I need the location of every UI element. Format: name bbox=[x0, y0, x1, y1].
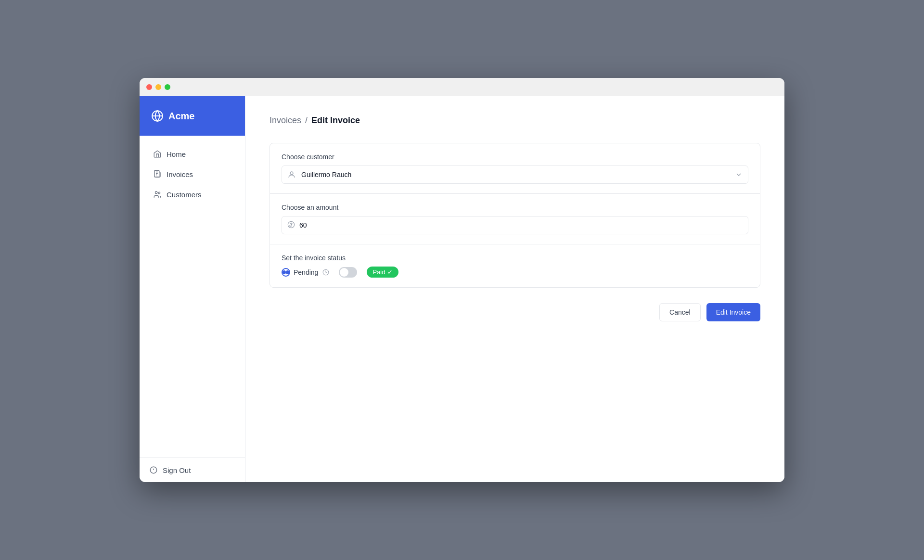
customer-select[interactable]: Guillermo Rauch bbox=[282, 165, 748, 184]
submit-button[interactable]: Edit Invoice bbox=[706, 303, 760, 321]
pending-option[interactable]: Pending bbox=[282, 268, 329, 277]
home-icon bbox=[153, 150, 162, 158]
app-name: Acme bbox=[168, 111, 194, 122]
app-body: Acme Home Invoices bbox=[140, 96, 784, 482]
sign-out-icon bbox=[149, 466, 158, 474]
sidebar: Acme Home Invoices bbox=[140, 96, 245, 482]
svg-point-3 bbox=[155, 191, 158, 194]
dollar-icon bbox=[287, 221, 295, 230]
sidebar-footer: Sign Out bbox=[140, 458, 245, 482]
minimize-button[interactable] bbox=[155, 84, 161, 90]
app-window: Acme Home Invoices bbox=[140, 78, 784, 482]
customer-select-wrapper: Guillermo Rauch bbox=[282, 165, 748, 184]
status-toggle-wrapper bbox=[339, 267, 357, 278]
sidebar-item-customers[interactable]: Customers bbox=[143, 185, 241, 204]
customer-field: Choose customer Guillermo Rauch bbox=[270, 143, 760, 194]
paid-label: Paid bbox=[372, 268, 385, 276]
sign-out-label: Sign Out bbox=[163, 466, 191, 474]
close-button[interactable] bbox=[146, 84, 152, 90]
amount-label: Choose an amount bbox=[282, 204, 748, 211]
sidebar-item-home-label: Home bbox=[167, 150, 186, 158]
pending-radio[interactable] bbox=[282, 268, 290, 277]
chevron-down-icon bbox=[735, 171, 743, 178]
svg-rect-2 bbox=[154, 171, 159, 178]
user-icon bbox=[287, 170, 296, 179]
breadcrumb-current: Edit Invoice bbox=[311, 115, 360, 126]
status-label: Set the invoice status bbox=[282, 254, 748, 262]
status-row: Pending bbox=[282, 267, 748, 278]
sidebar-item-invoices[interactable]: Invoices bbox=[143, 165, 241, 184]
customers-icon bbox=[153, 190, 162, 199]
invoices-icon bbox=[153, 170, 162, 178]
clock-icon bbox=[322, 269, 329, 276]
check-icon: ✓ bbox=[387, 268, 393, 276]
maximize-button[interactable] bbox=[165, 84, 170, 90]
window-controls bbox=[146, 84, 170, 90]
main-content: Invoices / Edit Invoice Choose customer bbox=[245, 96, 784, 482]
titlebar bbox=[140, 78, 784, 96]
toggle-knob bbox=[340, 268, 348, 277]
sidebar-item-home[interactable]: Home bbox=[143, 144, 241, 164]
sidebar-logo: Acme bbox=[140, 96, 245, 136]
amount-input-wrapper bbox=[282, 216, 748, 234]
breadcrumb: Invoices / Edit Invoice bbox=[270, 115, 760, 126]
cancel-button[interactable]: Cancel bbox=[659, 303, 701, 321]
customer-label: Choose customer bbox=[282, 153, 748, 161]
sign-out-button[interactable]: Sign Out bbox=[149, 466, 235, 474]
sidebar-nav: Home Invoices bbox=[140, 136, 245, 458]
amount-input[interactable] bbox=[282, 216, 748, 234]
status-field: Set the invoice status Pending bbox=[270, 244, 760, 287]
breadcrumb-parent[interactable]: Invoices bbox=[270, 115, 301, 126]
svg-point-4 bbox=[158, 192, 160, 194]
pending-label: Pending bbox=[294, 268, 318, 276]
paid-badge: Paid ✓ bbox=[367, 267, 398, 278]
sidebar-item-invoices-label: Invoices bbox=[167, 170, 193, 178]
sidebar-item-customers-label: Customers bbox=[167, 191, 202, 199]
edit-invoice-form: Choose customer Guillermo Rauch bbox=[270, 143, 760, 288]
form-footer: Cancel Edit Invoice bbox=[270, 303, 760, 321]
svg-point-6 bbox=[290, 172, 293, 175]
amount-field: Choose an amount bbox=[270, 194, 760, 244]
globe-icon bbox=[151, 110, 164, 122]
breadcrumb-separator: / bbox=[305, 115, 308, 126]
status-toggle[interactable] bbox=[339, 267, 357, 278]
